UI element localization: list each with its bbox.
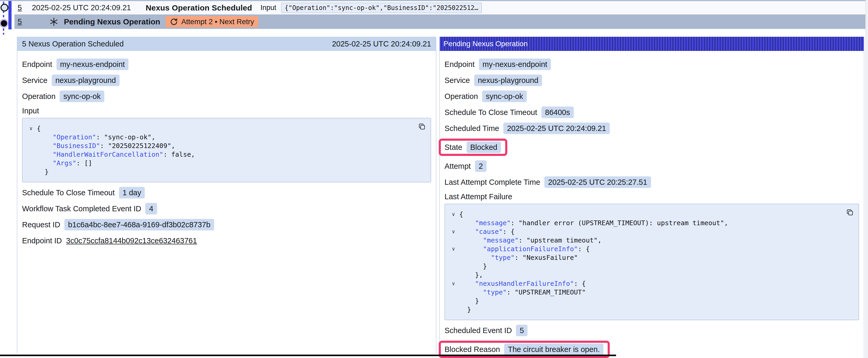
json-code-line: "Args": [] <box>25 159 412 167</box>
json-code-line: "type": "UPSTREAM_TIMEOUT" <box>448 288 840 297</box>
field-workflow-task-completed-event-id: Workflow Task Completed Event ID 4 <box>22 203 431 215</box>
field-value-chip: 2025-02-25 UTC 20:25:27.51 <box>544 176 651 188</box>
field-state: State Blocked <box>444 141 501 153</box>
pending-event-title: Pending Nexus Operation <box>64 17 160 26</box>
field-label: Service <box>444 76 470 85</box>
field-value-chip: b1c6a4bc-8ee7-468a-9169-df3b02c8737b <box>64 219 214 230</box>
field-label: Last Attempt Complete Time <box>444 178 540 187</box>
field-request-id: Request ID b1c6a4bc-8ee7-468a-9169-df3b0… <box>22 219 431 230</box>
field-service: Service nexus-playground <box>444 74 859 86</box>
event-row-pending-nexus-operation[interactable]: 5 Pending Nexus Operation Attempt 2 • Ne… <box>14 14 866 29</box>
field-value-chip: 86400s <box>541 106 574 118</box>
field-label: Request ID <box>22 221 60 229</box>
field-label: Endpoint <box>444 60 475 69</box>
field-scheduled-time: Scheduled Time 2025-02-25 UTC 20:24:09.2… <box>444 123 859 134</box>
json-code-line: ∨{ <box>25 124 412 133</box>
collapse-chevron-icon[interactable]: ∨ <box>452 228 455 235</box>
field-schedule-to-close-timeout: Schedule To Close Timeout 86400s <box>444 106 859 118</box>
field-label: Scheduled Time <box>444 124 499 133</box>
field-scheduled-event-id: Scheduled Event ID 5 <box>444 325 859 336</box>
field-value-chip: 4 <box>145 203 157 215</box>
field-attempt: Attempt 2 <box>444 160 859 172</box>
field-blocked-reason: Blocked Reason The circuit breaker is op… <box>444 344 603 355</box>
retry-badge-label: Attempt 2 • Next Retry <box>181 18 254 26</box>
field-value-chip: my-nexus-endpoint <box>479 59 551 70</box>
field-label: State <box>444 143 462 152</box>
scrollbar-track[interactable] <box>865 0 868 358</box>
field-operation: Operation sync-op-ok <box>444 91 859 102</box>
field-label: Service <box>22 76 48 85</box>
input-label: Input <box>260 4 276 12</box>
field-value-chip: 2025-02-25 UTC 20:24:09.21 <box>503 123 610 134</box>
field-label: Blocked Reason <box>444 345 500 354</box>
failure-json-viewer: ∨{ "message": "handler error (UPSTREAM_T… <box>444 204 859 320</box>
json-code-line: "BusinessID": "20250225122409", <box>25 141 412 150</box>
panel-title: Pending Nexus Operation <box>443 40 528 48</box>
panel-pending-nexus-operation: Pending Nexus Operation Endpoint my-nexu… <box>439 37 864 358</box>
event-row-nexus-operation-scheduled[interactable]: 5 2025-02-25 UTC 20:24:09.21 Nexus Opera… <box>14 1 866 14</box>
field-operation: Operation sync-op-ok <box>22 91 431 102</box>
last-attempt-failure-label: Last Attempt Failure <box>444 192 859 201</box>
event-timestamp: 2025-02-25 UTC 20:24:09.21 <box>32 3 131 12</box>
json-code-line: ∨ "cause": { <box>448 227 840 236</box>
field-endpoint-id: Endpoint ID 3c0c75ccfa8144b092c13ce63246… <box>22 235 431 247</box>
timeline-node-open-icon <box>1 4 8 11</box>
field-label: Endpoint <box>22 60 52 69</box>
json-code: ∨{ "message": "handler error (UPSTREAM_T… <box>448 210 840 314</box>
copy-icon <box>418 123 426 130</box>
copy-button[interactable] <box>418 123 426 131</box>
field-label: Operation <box>444 92 478 101</box>
field-label: Scheduled Event ID <box>444 326 512 335</box>
json-code-line: }, <box>448 270 840 279</box>
field-label: Operation <box>22 92 56 101</box>
copy-icon <box>846 208 854 216</box>
field-value-chip: nexus-playground <box>52 74 120 86</box>
collapse-chevron-icon[interactable]: ∨ <box>452 280 455 287</box>
field-value-chip: sync-op-ok <box>482 91 527 102</box>
json-code-line: "message": "upstream timeout", <box>448 236 840 245</box>
field-label: Attempt <box>444 162 471 171</box>
json-code-line: } <box>448 262 840 270</box>
timeline-active-bar <box>8 1 11 29</box>
panel-timestamp: 2025-02-25 UTC 20:24:09.21 <box>332 40 431 48</box>
json-code-line: "HandlerWaitForCancellation": false, <box>25 150 412 159</box>
retry-attempt-badge: Attempt 2 • Next Retry <box>165 16 258 27</box>
input-json-viewer: ∨{ "Operation": "sync-op-ok", "BusinessI… <box>22 118 431 183</box>
field-value-chip: The circuit breaker is open. <box>504 344 603 355</box>
field-label: Endpoint ID <box>22 236 62 245</box>
field-label: Schedule To Close Timeout <box>444 108 537 117</box>
field-value-chip: Blocked <box>467 141 501 153</box>
field-endpoint: Endpoint my-nexus-endpoint <box>444 59 859 70</box>
field-value-chip: 1 day <box>119 187 145 198</box>
collapse-chevron-icon[interactable]: ∨ <box>452 246 455 252</box>
bottom-window-edge <box>0 355 616 356</box>
event-id-link[interactable]: 5 <box>18 17 22 26</box>
endpoint-id-link[interactable]: 3c0c75ccfa8144b092c13ce632463761 <box>66 236 197 245</box>
state-annotation-box: State Blocked <box>439 138 507 156</box>
json-code-line: "Operation": "sync-op-ok", <box>25 133 412 141</box>
json-code: ∨{ "Operation": "sync-op-ok", "BusinessI… <box>25 124 412 176</box>
json-code-line: ∨{ <box>448 210 840 219</box>
field-service: Service nexus-playground <box>22 74 431 86</box>
field-value-chip: 2 <box>475 160 487 172</box>
panel-header-pending: Pending Nexus Operation <box>440 37 864 51</box>
panel-title: 5 Nexus Operation Scheduled <box>22 40 124 48</box>
json-code-line: "message": "handler error (UPSTREAM_TIME… <box>448 219 840 227</box>
collapse-chevron-icon[interactable]: ∨ <box>29 125 33 131</box>
nexus-star-icon <box>49 17 59 27</box>
copy-button[interactable] <box>846 208 854 217</box>
panel-header-scheduled: 5 Nexus Operation Scheduled 2025-02-25 U… <box>17 37 436 51</box>
collapse-chevron-icon[interactable]: ∨ <box>452 211 455 217</box>
field-last-attempt-complete-time: Last Attempt Complete Time 2025-02-25 UT… <box>444 176 859 188</box>
field-label: Workflow Task Completed Event ID <box>22 204 141 213</box>
json-code-line: "type": "NexusFailure" <box>448 253 840 262</box>
json-code-line: ∨ "applicationFailureInfo": { <box>448 245 840 253</box>
input-preview-chip: {"Operation":"sync-op-ok","BusinessID":"… <box>281 3 482 13</box>
event-history-screen: 5 2025-02-25 UTC 20:24:09.21 Nexus Opera… <box>0 0 868 358</box>
event-title: Nexus Operation Scheduled <box>146 3 252 12</box>
json-code-line: } <box>448 297 840 305</box>
field-value-chip: sync-op-ok <box>60 91 104 102</box>
event-id-link[interactable]: 5 <box>18 3 22 12</box>
timeline-node-filled-icon <box>1 20 7 27</box>
field-endpoint: Endpoint my-nexus-endpoint <box>22 59 431 70</box>
